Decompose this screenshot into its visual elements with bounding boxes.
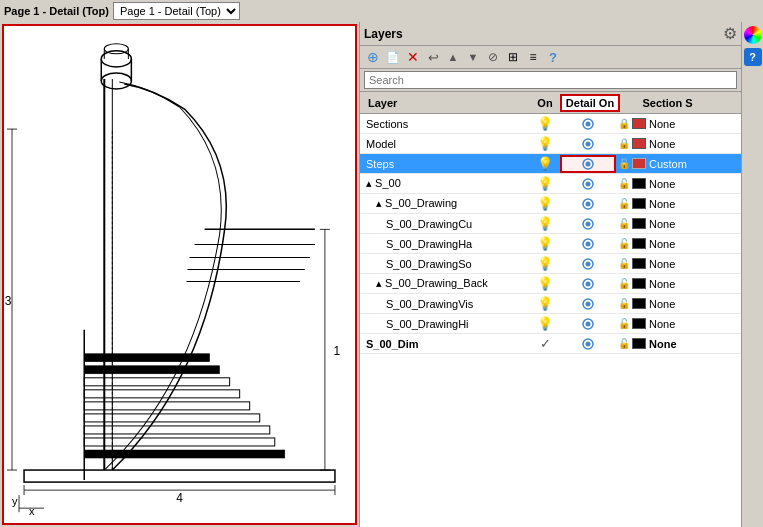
layer-on-icon[interactable]: ✓ [530,336,560,351]
title-bar-text: Page 1 - Detail (Top) [4,5,109,17]
layer-detail-icon[interactable] [560,217,616,231]
layer-detail-icon[interactable] [560,317,616,331]
layer-row[interactable]: S_00_Dim✓🔓None [360,334,741,354]
options-btn[interactable]: ≡ [524,48,542,66]
layer-detail-icon[interactable] [560,197,616,211]
layer-row[interactable]: Steps💡🔓Custom [360,154,741,174]
layer-section-cell: 🔓None [616,298,741,310]
gear-icon[interactable]: ⚙ [723,24,737,43]
search-input[interactable] [364,71,737,89]
layer-on-icon[interactable]: 💡 [530,176,560,191]
layer-detail-icon[interactable] [560,297,616,311]
layer-on-icon[interactable]: 💡 [530,316,560,331]
layer-on-icon[interactable]: 💡 [530,276,560,291]
lock-icon[interactable]: 🔓 [618,298,630,309]
delete-layer-btn[interactable]: ✕ [404,48,422,66]
color-swatch[interactable] [632,158,646,169]
col-header-section: Section S [620,97,715,109]
layer-detail-icon[interactable] [560,137,616,151]
lock-icon[interactable]: 🔓 [618,318,630,329]
layer-name: S_00_DrawingSo [360,258,530,270]
layer-detail-icon[interactable] [560,155,616,173]
layer-on-icon[interactable]: 💡 [530,296,560,311]
layer-detail-icon[interactable] [560,257,616,271]
color-swatch[interactable] [632,298,646,309]
section-name: None [649,238,675,250]
layer-detail-icon[interactable] [560,337,616,351]
help-btn[interactable]: ? [544,48,562,66]
layer-on-icon[interactable]: 💡 [530,136,560,151]
layer-name: S_00_DrawingHa [360,238,530,250]
title-dropdown[interactable]: Page 1 - Detail (Top) [113,2,240,20]
color-swatch[interactable] [632,138,646,149]
layers-panel: Layers ⚙ ⊕ 📄 ✕ ↩ ▲ ▼ ⊘ ⊞ ≡ ? Layer On De… [359,22,741,527]
columns-btn[interactable]: ⊞ [504,48,522,66]
svg-point-64 [586,321,591,326]
lock-icon[interactable]: 🔓 [618,338,630,349]
undo-btn[interactable]: ↩ [424,48,442,66]
column-headers: Layer On Detail On Section S [360,92,741,114]
drawing-area: 4 3 [2,24,357,525]
layer-row[interactable]: Sections💡🔒None [360,114,741,134]
layer-detail-icon[interactable] [560,237,616,251]
section-name: None [649,318,675,330]
lock-icon[interactable]: 🔓 [618,178,630,189]
add-layer-btn[interactable]: ⊕ [364,48,382,66]
filter-btn[interactable]: ⊘ [484,48,502,66]
svg-point-48 [586,161,591,166]
layer-name: S_00_DrawingVis [360,298,530,310]
svg-point-54 [586,221,591,226]
layer-row[interactable]: S_00_DrawingSo💡🔓None [360,254,741,274]
layer-row[interactable]: S_00_DrawingVis💡🔓None [360,294,741,314]
layer-on-icon[interactable]: 💡 [530,236,560,251]
layer-row[interactable]: ▴ S_00💡🔓None [360,174,741,194]
color-swatch[interactable] [632,278,646,289]
svg-point-60 [586,281,591,286]
layer-row[interactable]: S_00_DrawingHi💡🔓None [360,314,741,334]
layer-detail-icon[interactable] [560,177,616,191]
layer-on-icon[interactable]: 💡 [530,196,560,211]
layer-row[interactable]: S_00_DrawingHa💡🔓None [360,234,741,254]
layer-name: S_00_DrawingCu [360,218,530,230]
svg-point-46 [586,141,591,146]
svg-point-66 [586,341,591,346]
lock-icon[interactable]: 🔓 [618,278,630,289]
lock-icon[interactable]: 🔓 [618,198,630,209]
lock-icon[interactable]: 🔒 [618,118,630,129]
layer-on-icon[interactable]: 💡 [530,156,560,171]
lock-icon[interactable]: 🔓 [618,218,630,229]
svg-point-52 [586,201,591,206]
layer-section-cell: 🔓None [616,318,741,330]
layer-row[interactable]: Model💡🔒None [360,134,741,154]
move-up-btn[interactable]: ▲ [444,48,462,66]
lock-icon[interactable]: 🔒 [618,138,630,149]
add-sublayer-btn[interactable]: 📄 [384,48,402,66]
layer-on-icon[interactable]: 💡 [530,116,560,131]
color-swatch[interactable] [632,338,646,349]
color-swatch[interactable] [632,238,646,249]
color-swatch[interactable] [632,318,646,329]
lock-icon[interactable]: 🔓 [618,258,630,269]
layer-section-cell: 🔒None [616,138,741,150]
color-swatch[interactable] [632,178,646,189]
help-sidebar-btn[interactable]: ? [744,48,762,66]
layer-on-icon[interactable]: 💡 [530,256,560,271]
move-down-btn[interactable]: ▼ [464,48,482,66]
main-layout: 4 3 [0,22,763,527]
layer-detail-icon[interactable] [560,277,616,291]
layer-section-cell: 🔓None [616,258,741,270]
color-swatch[interactable] [632,118,646,129]
lock-icon[interactable]: 🔓 [618,158,630,169]
color-swatch[interactable] [632,198,646,209]
layer-row[interactable]: S_00_DrawingCu💡🔓None [360,214,741,234]
col-header-detail: Detail On [560,94,620,112]
color-wheel-icon[interactable] [744,26,762,44]
layer-row[interactable]: ▴ S_00_Drawing_Back💡🔓None [360,274,741,294]
layer-detail-icon[interactable] [560,117,616,131]
color-swatch[interactable] [632,258,646,269]
layer-row[interactable]: ▴ S_00_Drawing💡🔓None [360,194,741,214]
section-name: Custom [649,158,687,170]
layer-on-icon[interactable]: 💡 [530,216,560,231]
lock-icon[interactable]: 🔓 [618,238,630,249]
color-swatch[interactable] [632,218,646,229]
